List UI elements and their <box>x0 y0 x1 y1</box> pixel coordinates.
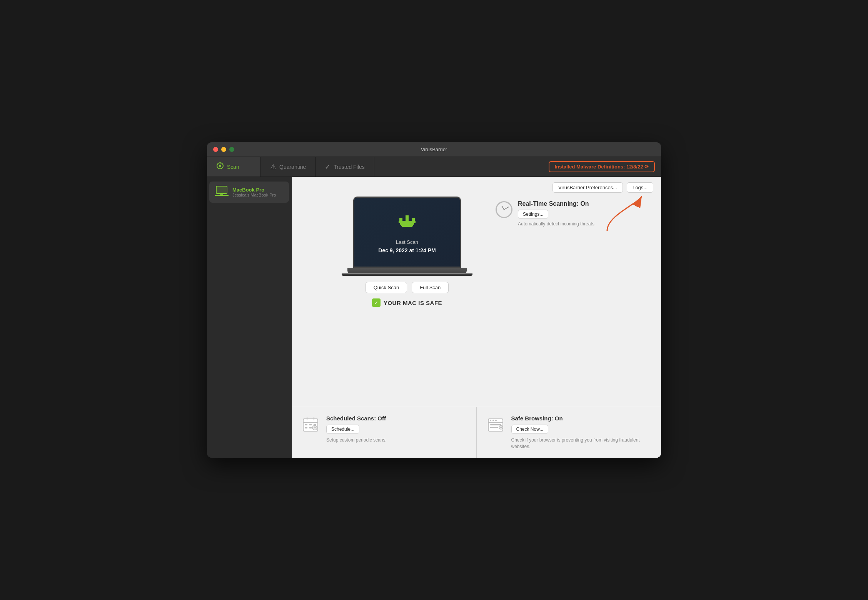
right-panel: Real-Time Scanning: On Settings... Autom… <box>496 197 611 227</box>
tab-trusted-files-label: Trusted Files <box>334 164 364 170</box>
device-name: MacBook Pro <box>232 187 276 193</box>
scheduled-scans-desc: Setup custom periodic scans. <box>326 437 387 443</box>
close-button[interactable] <box>213 147 218 152</box>
svg-rect-13 <box>402 226 412 227</box>
macbook-display: Last Scan Dec 9, 2022 at 1:24 PM Quick S… <box>342 197 472 307</box>
safe-text: YOUR MAC IS SAFE <box>384 300 442 306</box>
safe-browsing-desc: Check if your browser is preventing you … <box>511 437 652 450</box>
sidebar: MacBook Pro Jessica's MacBook Pro <box>207 177 292 458</box>
screen-content: Last Scan Dec 9, 2022 at 1:24 PM <box>378 211 436 253</box>
safe-badge: ✓ YOUR MAC IS SAFE <box>372 298 442 307</box>
content-panel: VirusBarrier Preferences... Logs... <box>292 177 661 458</box>
tab-spacer <box>374 157 549 177</box>
sidebar-device-info: MacBook Pro Jessica's MacBook Pro <box>232 187 276 197</box>
svg-rect-23 <box>309 427 312 428</box>
scheduled-scans-icon <box>301 415 320 434</box>
realtime-text: Real-Time Scanning: On Settings... Autom… <box>518 200 596 227</box>
clock-minute-hand <box>504 207 509 210</box>
traffic-lights <box>213 147 234 152</box>
tabbar: Scan ⚠ Quarantine ✓ Trusted Files Instal… <box>207 157 661 177</box>
titlebar: VirusBarrier <box>207 142 661 157</box>
svg-rect-6 <box>220 193 223 195</box>
shield-icon: ✓ <box>372 298 381 307</box>
last-scan-label: Last Scan <box>396 239 418 245</box>
svg-rect-7 <box>399 218 402 221</box>
svg-rect-11 <box>400 223 414 225</box>
safe-browsing-card: Safe Browsing: On Check Now... Check if … <box>477 407 661 458</box>
clock-icon <box>496 201 512 218</box>
macbook-base <box>347 268 467 273</box>
main-content: MacBook Pro Jessica's MacBook Pro VirusB… <box>207 177 661 458</box>
check-now-button[interactable]: Check Now... <box>511 425 549 434</box>
svg-rect-32 <box>490 424 501 425</box>
content-inner: VirusBarrier Preferences... Logs... <box>292 177 661 458</box>
last-scan-date: Dec 9, 2022 at 1:24 PM <box>378 247 436 253</box>
app-window: VirusBarrier Scan ⚠ Quarantine ✓ Trusted… <box>207 142 661 458</box>
svg-point-29 <box>490 420 491 421</box>
device-sub: Jessica's MacBook Pro <box>232 193 276 197</box>
tab-quarantine-label: Quarantine <box>279 164 306 170</box>
quick-scan-button[interactable]: Quick Scan <box>366 282 407 293</box>
sidebar-item-macbook[interactable]: MacBook Pro Jessica's MacBook Pro <box>209 182 289 203</box>
trusted-files-icon: ✓ <box>325 163 331 171</box>
svg-rect-9 <box>412 218 415 221</box>
svg-rect-22 <box>305 427 307 428</box>
macbook-screen: Last Scan Dec 9, 2022 at 1:24 PM <box>353 197 461 268</box>
content-toolbar: VirusBarrier Preferences... Logs... <box>292 177 661 197</box>
preferences-button[interactable]: VirusBarrier Preferences... <box>553 182 623 193</box>
realtime-scanning-section: Real-Time Scanning: On Settings... Autom… <box>496 200 611 227</box>
scan-top: Last Scan Dec 9, 2022 at 1:24 PM Quick S… <box>307 197 646 307</box>
svg-rect-12 <box>401 225 413 226</box>
full-scan-button[interactable]: Full Scan <box>412 282 449 293</box>
tab-scan[interactable]: Scan <box>207 157 261 177</box>
macbook-icon <box>215 185 229 199</box>
svg-point-30 <box>492 420 494 421</box>
svg-rect-33 <box>490 427 498 428</box>
window-title: VirusBarrier <box>421 147 447 152</box>
scheduled-scans-content: Scheduled Scans: Off Schedule... Setup c… <box>326 415 387 443</box>
svg-rect-8 <box>406 215 409 221</box>
tab-scan-label: Scan <box>227 164 239 170</box>
scan-area: Last Scan Dec 9, 2022 at 1:24 PM Quick S… <box>292 197 661 407</box>
svg-point-34 <box>499 425 503 429</box>
svg-point-1 <box>219 165 221 167</box>
quarantine-icon: ⚠ <box>270 163 276 171</box>
svg-rect-10 <box>399 221 416 223</box>
tab-trusted-files[interactable]: ✓ Trusted Files <box>315 157 374 177</box>
malware-definitions-button[interactable]: Installed Malware Definitions: 12/8/22 ⟳ <box>549 161 655 172</box>
scan-icon <box>216 162 224 172</box>
minimize-button[interactable] <box>221 147 226 152</box>
logs-button[interactable]: Logs... <box>627 182 653 193</box>
svg-rect-4 <box>217 187 226 193</box>
svg-rect-20 <box>309 424 312 425</box>
bottom-cards: Scheduled Scans: Off Schedule... Setup c… <box>292 407 661 458</box>
scheduled-scans-card: Scheduled Scans: Off Schedule... Setup c… <box>292 407 477 458</box>
tab-quarantine[interactable]: ⚠ Quarantine <box>261 157 315 177</box>
safe-browsing-icon <box>486 415 505 434</box>
svg-rect-19 <box>305 424 307 425</box>
scheduled-scans-title: Scheduled Scans: Off <box>326 415 387 422</box>
castle-icon <box>396 211 419 234</box>
realtime-settings-button[interactable]: Settings... <box>518 210 548 219</box>
schedule-button[interactable]: Schedule... <box>326 425 359 434</box>
realtime-title: Real-Time Scanning: On <box>518 200 596 207</box>
realtime-description: Automatically detect incoming threats. <box>518 221 596 227</box>
safe-browsing-title: Safe Browsing: On <box>511 415 652 422</box>
maximize-button[interactable] <box>229 147 234 152</box>
safe-browsing-content: Safe Browsing: On Check Now... Check if … <box>511 415 652 450</box>
macbook-foot <box>342 273 472 276</box>
svg-point-31 <box>495 420 497 421</box>
scan-buttons: Quick Scan Full Scan <box>366 282 449 293</box>
